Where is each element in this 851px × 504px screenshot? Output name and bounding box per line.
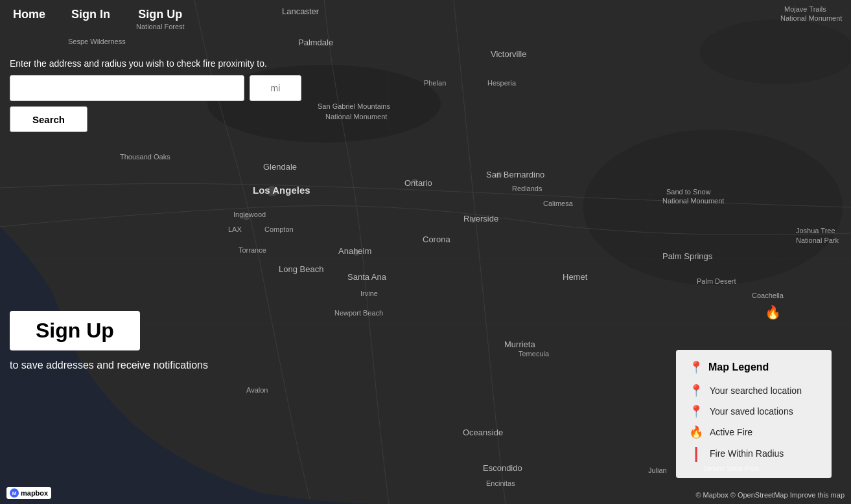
map-legend: 📍 Map Legend 📍 Your searched location 📍 …: [676, 350, 832, 478]
legend-saved-label: Your saved locations: [710, 406, 793, 417]
nav-home[interactable]: Home: [13, 8, 45, 21]
legend-radius-icon: |: [689, 446, 703, 461]
mapbox-text: mapbox: [21, 489, 48, 497]
legend-title: 📍 Map Legend: [689, 360, 819, 374]
osm-credit: © Mapbox © OpenStreetMap Improve this ma…: [695, 491, 845, 499]
search-panel: Enter the address and radius you wish to…: [10, 58, 301, 132]
mapbox-logo: M mapbox: [6, 487, 51, 499]
mapbox-credit: M mapbox: [6, 487, 51, 499]
search-inputs-row: [10, 75, 301, 101]
nav-signup-sublabel: National Forest: [136, 23, 185, 30]
svg-point-22: [353, 249, 360, 256]
radius-input[interactable]: [250, 75, 301, 101]
svg-point-23: [471, 218, 476, 223]
search-instruction: Enter the address and radius you wish to…: [10, 58, 301, 69]
nav-signup[interactable]: Sign Up National Forest: [136, 8, 185, 30]
legend-radius-label: Fire Within Radius: [710, 448, 784, 459]
nav-signin-label: Sign In: [71, 8, 110, 21]
nav-signin[interactable]: Sign In: [71, 8, 110, 21]
search-button[interactable]: Search: [10, 106, 87, 132]
legend-pin-icon: 📍: [689, 360, 703, 374]
svg-point-19: [496, 172, 502, 178]
legend-saved-icon: 📍: [689, 404, 703, 418]
svg-point-21: [243, 214, 250, 220]
nav-signup-label: Sign Up: [138, 8, 182, 21]
legend-fire-radius: | Fire Within Radius: [689, 446, 819, 461]
legend-searched-icon: 📍: [689, 384, 703, 398]
legend-fire-icon: 🔥: [689, 425, 703, 439]
legend-active-fire: 🔥 Active Fire: [689, 425, 819, 439]
legend-searched-label: Your searched location: [710, 385, 802, 396]
fire-marker-map: 🔥: [765, 304, 781, 320]
legend-fire-label: Active Fire: [710, 427, 752, 437]
signup-tagline: to save addresses and receive notificati…: [10, 360, 208, 371]
svg-point-20: [412, 179, 417, 184]
legend-saved: 📍 Your saved locations: [689, 404, 819, 418]
osm-credit-text: © Mapbox © OpenStreetMap Improve this ma…: [695, 491, 845, 499]
signup-big-button[interactable]: Sign Up: [10, 311, 140, 350]
svg-point-3: [583, 130, 843, 285]
legend-title-text: Map Legend: [708, 361, 769, 373]
signup-promo: Sign Up to save addresses and receive no…: [10, 311, 208, 371]
svg-point-18: [267, 186, 277, 196]
navbar: Home Sign In Sign Up National Forest: [0, 0, 851, 38]
mapbox-logo-mark: M: [10, 488, 19, 498]
address-input[interactable]: [10, 75, 244, 101]
nav-home-label: Home: [13, 8, 45, 21]
legend-searched: 📍 Your searched location: [689, 384, 819, 398]
